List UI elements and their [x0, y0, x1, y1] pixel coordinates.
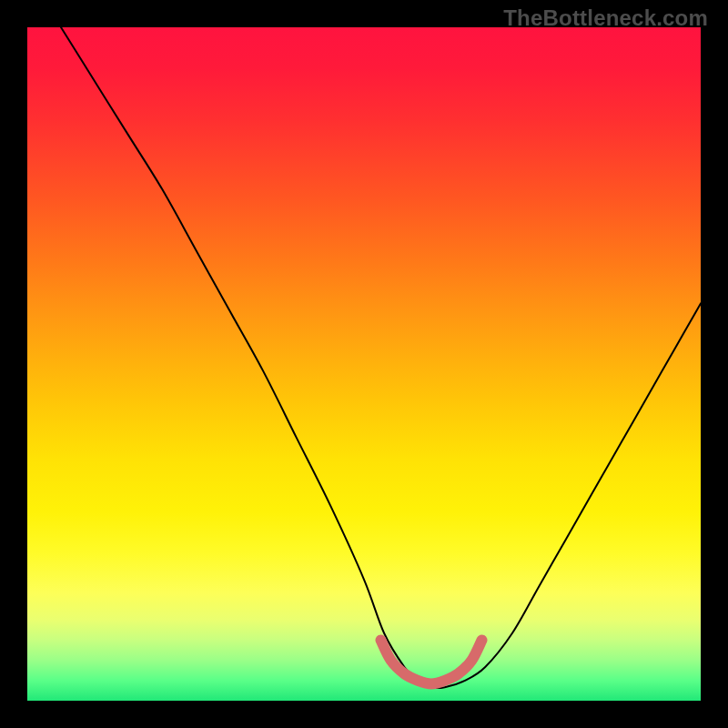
main-curve: [61, 27, 701, 688]
optimal-band: [381, 640, 482, 683]
bottleneck-chart: TheBottleneck.com: [0, 0, 728, 728]
curve-layer: [27, 27, 701, 701]
